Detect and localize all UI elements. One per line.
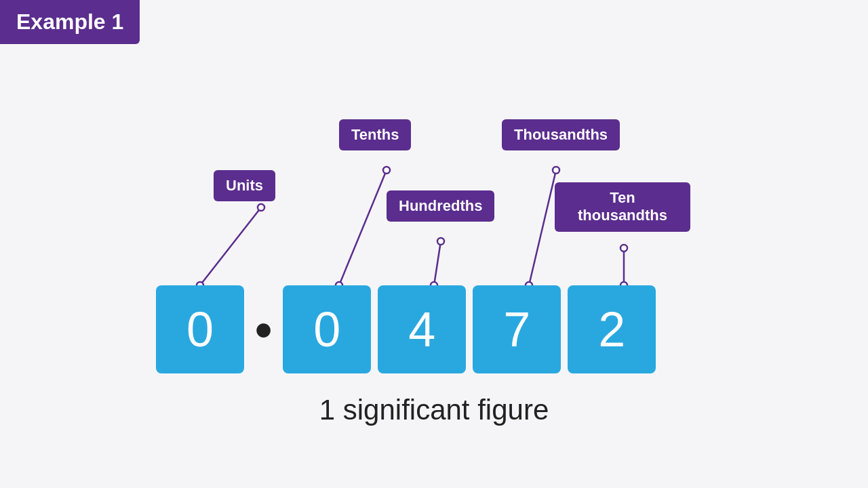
digit-tenths: 0 — [283, 285, 371, 373]
units-label: Units — [214, 170, 275, 201]
digit-ten-thousandths: 2 — [568, 285, 656, 373]
decimal-point: • — [244, 285, 283, 373]
thousandths-label: Thousandths — [502, 119, 620, 150]
digit-units: 0 — [156, 285, 244, 373]
diagram: Units Tenths Hundredths Thousandths Ten … — [156, 82, 712, 373]
significant-figure-caption: 1 significant figure — [319, 394, 549, 426]
svg-line-6 — [434, 241, 441, 285]
example-badge: Example 1 — [0, 0, 140, 44]
digit-hundredths: 4 — [378, 285, 466, 373]
digit-row: 0 • 0 4 7 2 — [156, 285, 656, 373]
svg-line-0 — [200, 207, 261, 285]
svg-line-9 — [529, 170, 556, 285]
ten-thousandths-label: Ten thousandths — [555, 182, 690, 232]
main-content: Units Tenths Hundredths Thousandths Ten … — [0, 0, 868, 488]
svg-point-13 — [620, 245, 627, 251]
svg-point-10 — [553, 167, 559, 174]
svg-point-1 — [258, 204, 264, 211]
svg-point-4 — [383, 167, 390, 174]
digit-thousandths: 7 — [473, 285, 561, 373]
svg-line-3 — [339, 170, 387, 285]
hundredths-label: Hundredths — [387, 190, 494, 222]
tenths-label: Tenths — [339, 119, 411, 150]
svg-point-7 — [437, 238, 444, 245]
